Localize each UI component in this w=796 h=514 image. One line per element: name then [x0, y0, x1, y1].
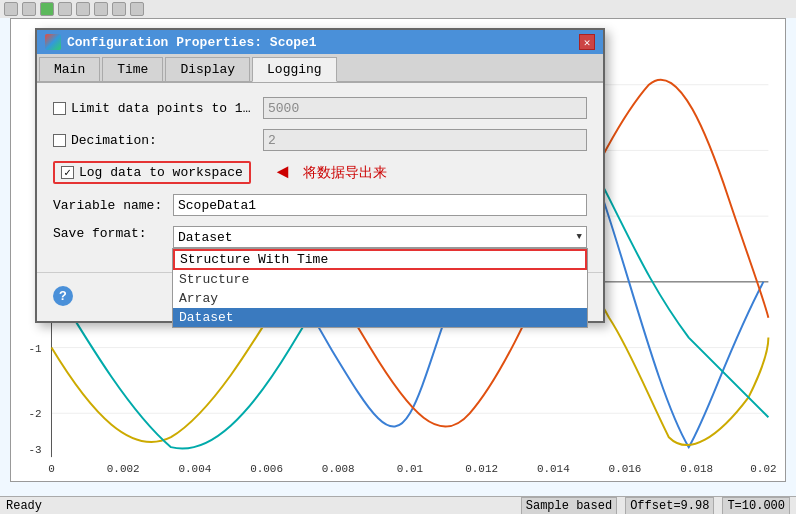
toolbar-btn-7[interactable] [112, 2, 126, 16]
dialog-titlebar: Configuration Properties: Scope1 ✕ [37, 30, 603, 54]
tab-time[interactable]: Time [102, 57, 163, 81]
tab-logging[interactable]: Logging [252, 57, 337, 82]
svg-text:0.014: 0.014 [537, 463, 570, 475]
dropdown-item-structure[interactable]: Structure [173, 270, 587, 289]
save-format-dropdown[interactable]: Dataset ▼ [173, 226, 587, 248]
status-time: T=10.000 [722, 497, 790, 515]
status-sample-based: Sample based [521, 497, 617, 515]
svg-text:-3: -3 [28, 444, 41, 456]
decimation-label-text: Decimation: [71, 133, 157, 148]
help-button[interactable]: ? [53, 286, 73, 306]
variable-name-label: Variable name: [53, 198, 173, 213]
status-ready: Ready [6, 499, 42, 513]
toolbar-btn-2[interactable] [22, 2, 36, 16]
variable-name-input[interactable] [173, 194, 587, 216]
dropdown-item-array[interactable]: Array [173, 289, 587, 308]
limit-input[interactable] [263, 97, 587, 119]
svg-text:0.012: 0.012 [465, 463, 498, 475]
tab-display[interactable]: Display [165, 57, 250, 81]
svg-text:-1: -1 [28, 343, 42, 355]
limit-row: Limit data points to 1… [53, 97, 587, 119]
decimation-label: Decimation: [53, 133, 253, 148]
limit-label-text: Limit data points to 1… [71, 101, 250, 116]
dropdown-item-structure-with-time[interactable]: Structure With Time [173, 249, 587, 270]
dialog-content: Limit data points to 1… Decimation: Log … [37, 83, 603, 272]
svg-text:0.008: 0.008 [322, 463, 355, 475]
save-format-label: Save format: [53, 226, 173, 241]
toolbar-btn-5[interactable] [76, 2, 90, 16]
toolbar-btn-3[interactable] [40, 2, 54, 16]
toolbar-btn-8[interactable] [130, 2, 144, 16]
svg-text:0.016: 0.016 [609, 463, 642, 475]
dialog-title: Configuration Properties: Scope1 [45, 34, 317, 50]
decimation-input[interactable] [263, 129, 587, 151]
dialog-tabs: Main Time Display Logging [37, 54, 603, 83]
dropdown-arrow-icon: ▼ [577, 232, 582, 242]
log-workspace-label-text: Log data to workspace [79, 165, 243, 180]
dialog-title-text: Configuration Properties: Scope1 [67, 35, 317, 50]
svg-text:0.01: 0.01 [397, 463, 424, 475]
log-workspace-highlight: Log data to workspace [53, 161, 251, 184]
close-button[interactable]: ✕ [579, 34, 595, 50]
decimation-checkbox[interactable] [53, 134, 66, 147]
svg-text:0.02: 0.02 [750, 463, 776, 475]
limit-label: Limit data points to 1… [53, 101, 253, 116]
dropdown-item-dataset[interactable]: Dataset [173, 308, 587, 327]
log-workspace-row: Log data to workspace ◄ 将数据导出来 [53, 161, 587, 184]
svg-text:0.018: 0.018 [680, 463, 713, 475]
toolbar-btn-6[interactable] [94, 2, 108, 16]
tab-main[interactable]: Main [39, 57, 100, 81]
status-offset: Offset=9.98 [625, 497, 714, 515]
svg-text:0: 0 [48, 463, 55, 475]
annotation-text: 将数据导出来 [303, 164, 387, 182]
annotation-arrow-symbol: ◄ [277, 161, 289, 184]
dropdown-list: Structure With Time Structure Array Data… [172, 248, 588, 328]
variable-name-row: Variable name: [53, 194, 587, 216]
dropdown-current-value: Dataset [178, 230, 577, 245]
svg-text:0.006: 0.006 [250, 463, 283, 475]
save-format-row: Save format: Dataset ▼ Structure With Ti… [53, 226, 587, 248]
log-workspace-checkbox[interactable] [61, 166, 74, 179]
toolbar-btn-1[interactable] [4, 2, 18, 16]
toolbar [0, 0, 796, 18]
config-dialog: Configuration Properties: Scope1 ✕ Main … [35, 28, 605, 323]
limit-checkbox[interactable] [53, 102, 66, 115]
svg-text:0.004: 0.004 [178, 463, 211, 475]
decimation-row: Decimation: [53, 129, 587, 151]
status-bar: Ready Sample based Offset=9.98 T=10.000 [0, 496, 796, 514]
matlab-icon [45, 34, 61, 50]
svg-text:0.002: 0.002 [107, 463, 140, 475]
svg-text:-2: -2 [28, 408, 41, 420]
toolbar-btn-4[interactable] [58, 2, 72, 16]
